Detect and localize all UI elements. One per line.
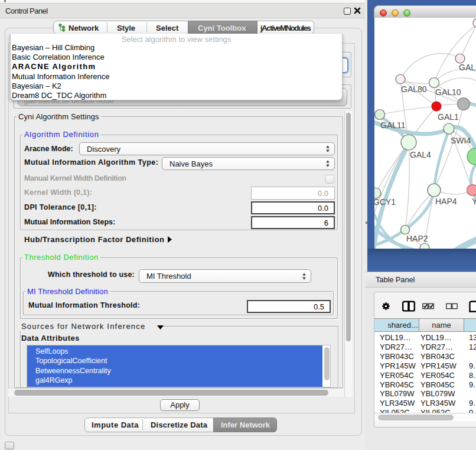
svg-text:YJ: YJ (472, 197, 476, 206)
svg-text:SWI4: SWI4 (451, 136, 471, 145)
svg-text:HAP2: HAP2 (406, 234, 428, 243)
svg-text:GAL2: GAL2 (459, 63, 476, 72)
svg-text:HAP4: HAP4 (435, 197, 457, 206)
svg-text:GAL10: GAL10 (435, 87, 461, 97)
svg-text:GAL1: GAL1 (438, 112, 459, 122)
svg-text:GAL80: GAL80 (401, 84, 427, 94)
svg-text:GCY1: GCY1 (374, 197, 396, 207)
svg-text:GAL11: GAL11 (380, 120, 406, 130)
svg-text:GAL4: GAL4 (410, 150, 431, 159)
